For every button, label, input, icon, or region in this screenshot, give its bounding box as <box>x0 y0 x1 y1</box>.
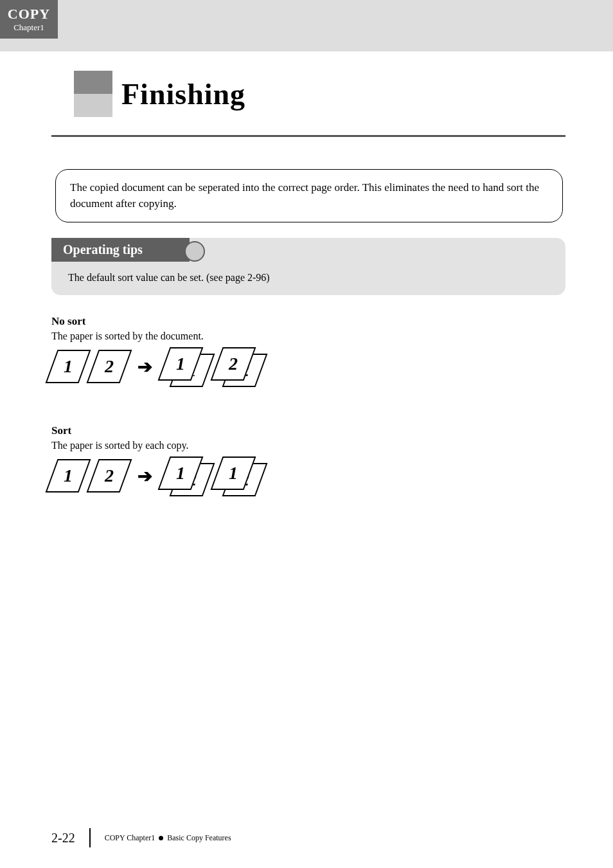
sort-title: Sort <box>51 424 565 437</box>
heading-row: Finishing <box>74 71 245 117</box>
header-bar <box>0 0 613 51</box>
footer-divider <box>89 828 91 847</box>
page-stack-icon: 2 2 <box>217 347 262 386</box>
footer-right: Basic Copy Features <box>167 833 231 843</box>
divider <box>51 135 565 137</box>
page-title: Finishing <box>121 77 245 111</box>
page-stack-icon: 1 2 <box>164 457 209 495</box>
page-icon: 1 <box>46 459 91 493</box>
footer-left: COPY Chapter1 <box>105 833 155 843</box>
sort-section: Sort The paper is sorted by each copy. 1… <box>51 424 565 495</box>
footer: 2-22 COPY Chapter1 Basic Copy Features <box>51 828 231 847</box>
no-sort-title: No sort <box>51 315 565 328</box>
page-icon: 1 <box>46 350 91 383</box>
footer-text: COPY Chapter1 Basic Copy Features <box>105 833 231 843</box>
operating-tips-body: The default sort value can be set. (see … <box>51 272 565 284</box>
no-sort-section: No sort The paper is sorted by the docum… <box>51 315 565 386</box>
chapter-tab: COPY Chapter1 <box>0 0 58 39</box>
page-number: 2-22 <box>51 831 75 845</box>
page-icon: 2 <box>87 459 132 493</box>
sort-diagram: 1 2 ➔ 1 2 1 2 <box>51 457 565 495</box>
tab-title: COPY <box>8 6 50 23</box>
page-stack-icon: 1 1 <box>164 347 209 386</box>
heading-bullet-icon <box>74 71 112 117</box>
bullet-icon <box>159 836 163 840</box>
page-icon: 2 <box>87 350 132 383</box>
arrow-icon: ➔ <box>138 466 152 487</box>
sort-sub: The paper is sorted by each copy. <box>51 440 565 451</box>
operating-tips-box: Operating tips The default sort value ca… <box>51 238 565 295</box>
operating-tips-heading: Operating tips <box>51 238 190 262</box>
no-sort-diagram: 1 2 ➔ 1 1 2 2 <box>51 347 565 386</box>
no-sort-sub: The paper is sorted by the document. <box>51 330 565 342</box>
intro-callout: The copied document can be seperated int… <box>55 169 563 222</box>
tab-sub: Chapter1 <box>13 23 44 33</box>
arrow-icon: ➔ <box>138 356 152 377</box>
page-stack-icon: 1 2 <box>217 457 262 495</box>
